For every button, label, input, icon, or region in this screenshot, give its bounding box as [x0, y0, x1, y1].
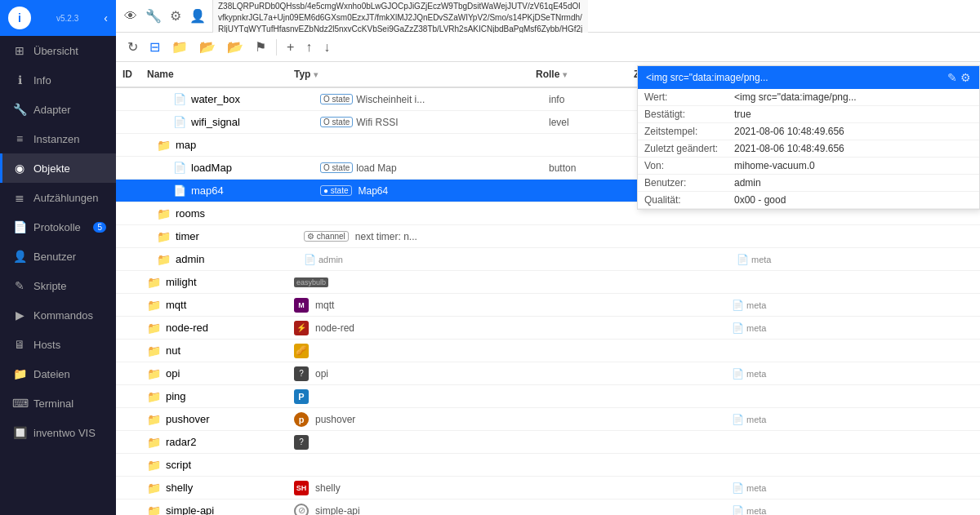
info-benutzer-label: Benutzer:: [644, 177, 734, 189]
info-edit-button[interactable]: ✎: [947, 71, 957, 84]
type-text: simple-api: [315, 505, 360, 516]
info-tooltip-panel: <img src="data:image/png... ✎ ⚙ Wert: <i…: [637, 65, 980, 210]
folder-icon: 📁: [147, 436, 161, 449]
folder-icon: 📁: [147, 459, 161, 472]
table-row[interactable]: 📁 mqtt M mqtt 📄 meta: [116, 294, 980, 317]
add-button[interactable]: +: [283, 38, 297, 56]
table-row[interactable]: 📁 radar2 ?: [116, 431, 980, 454]
folder-icon: 📁: [147, 276, 161, 289]
cell-value: 📄 meta: [732, 505, 973, 516]
table-row[interactable]: 📁 admin 📄 admin 📄 meta: [116, 248, 980, 271]
table-row[interactable]: 📁 opi ? opi 📄 meta: [116, 362, 980, 385]
table-row[interactable]: 📁 ping P: [116, 385, 980, 408]
type-text: pushover: [315, 414, 355, 425]
flag-button[interactable]: ⚑: [252, 38, 270, 56]
sidebar-item-kommandos[interactable]: ▶ Kommandos: [0, 300, 116, 330]
table-row[interactable]: 📁 milight easybulb: [116, 271, 980, 294]
sidebar-item-aufzahlungen[interactable]: ≣ Aufzählungen: [0, 183, 116, 212]
main-content: 👁 🔧 ⚙ 👤 +sWCjWK8P2/6Ymu00mbYfJF6bKITXfke…: [116, 0, 980, 515]
row-name: milight: [166, 276, 197, 288]
upload-button[interactable]: ↑: [302, 38, 315, 56]
view-grid-button[interactable]: ⊟: [146, 38, 163, 56]
files-icon: 📁: [12, 367, 27, 380]
sidebar-item-benutzer[interactable]: 👤 Benutzer: [0, 242, 116, 271]
sidebar-item-ubersicht[interactable]: ⊞ Übersicht: [0, 36, 116, 65]
sidebar-item-inventwo[interactable]: 🔲 inventwo VIS: [0, 418, 116, 447]
cell-value: 📄 meta: [737, 254, 973, 265]
sidebar-item-info[interactable]: ℹ Info: [0, 65, 116, 95]
refresh-button[interactable]: ↻: [124, 38, 141, 56]
cell-type: O state Wifi RSSI: [320, 117, 549, 128]
table-row[interactable]: 📁 nut 🥜: [116, 340, 980, 362]
row-name: admin: [176, 253, 204, 265]
tools-icon[interactable]: 🔧: [145, 8, 162, 24]
user-icon: 👤: [12, 250, 27, 263]
row-name: radar2: [166, 436, 197, 448]
meta-tag: 📄 admin: [304, 254, 343, 265]
sidebar-item-instanzen[interactable]: ≡ Instanzen: [0, 124, 116, 153]
top-bar: 👁 🔧 ⚙ 👤 +sWCjWK8P2/6Ymu00mbYfJF6bKITXfke…: [116, 0, 980, 33]
eye-icon[interactable]: 👁: [124, 9, 137, 24]
sidebar-collapse-btn[interactable]: ‹: [104, 11, 108, 24]
toolbar: ↻ ⊟ 📁 📂 📂 ⚑ + ↑ ↓: [116, 33, 980, 62]
folder-icon: 📁: [157, 253, 171, 266]
meta-icon: 📄: [732, 300, 744, 311]
table-row[interactable]: 📁 shelly SH shelly 📄 meta: [116, 477, 980, 499]
person-icon[interactable]: 👤: [189, 8, 206, 24]
sidebar-label-kommandos: Kommandos: [33, 309, 93, 322]
sidebar-item-objekte[interactable]: ◉ Objekte: [0, 153, 116, 183]
type-text: opi: [315, 368, 328, 380]
sidebar-item-hosts[interactable]: 🖥 Hosts: [0, 330, 116, 359]
table-row[interactable]: 📁 pushover p pushover 📄 meta: [116, 408, 980, 431]
sidebar-item-terminal[interactable]: ⌨ Terminal: [0, 388, 116, 418]
cell-name: 📄 water_box: [173, 93, 320, 105]
info-benutzer-row: Benutzer: admin: [638, 175, 979, 192]
table-row[interactable]: 📁 node-red ⚡ node-red 📄 meta: [116, 317, 980, 340]
cell-type: O state Wischeinheit i...: [320, 94, 549, 105]
cell-name: 📁 opi: [147, 367, 294, 380]
file-icon: 📄: [173, 116, 186, 128]
info-settings-button[interactable]: ⚙: [960, 71, 971, 84]
sidebar-item-protokolle[interactable]: 📄 Protokolle 5: [0, 212, 116, 242]
radar2-app-icon: ?: [294, 435, 309, 450]
header-type[interactable]: Typ ▾: [294, 69, 536, 80]
protokolle-badge: 5: [93, 222, 106, 233]
cell-type: easybulb: [294, 277, 536, 287]
cell-name: 📁 node-red: [147, 322, 294, 335]
app-logo: i: [8, 7, 31, 29]
meta-tag: 📄 meta: [732, 368, 766, 380]
vis-icon: 🔲: [12, 426, 27, 439]
pushover-app-icon: p: [294, 412, 309, 427]
table-row[interactable]: 📁 simple-api ⊘ simple-api 📄 meta: [116, 499, 980, 515]
download-button[interactable]: ↓: [320, 38, 333, 56]
info-bestatigt-label: Bestätigt:: [644, 109, 734, 120]
nut-app-icon: 🥜: [294, 344, 309, 358]
cell-type: ?: [294, 435, 536, 450]
meta-tag: 📄 meta: [732, 300, 766, 311]
shelly-app-icon: SH: [294, 481, 309, 495]
meta-tag: 📄 meta: [732, 414, 766, 425]
info-zeitstempel-value: 2021-08-06 10:48:49.656: [734, 126, 844, 137]
info-actions: ✎ ⚙: [947, 71, 971, 84]
objects-icon: ◉: [12, 162, 27, 175]
expand-button[interactable]: 📂: [196, 38, 219, 56]
info-benutzer-value: admin: [734, 177, 761, 189]
collapse-button[interactable]: 📂: [224, 38, 247, 56]
table-row[interactable]: 📁 timer ⚙ channel next timer: n...: [116, 225, 980, 248]
settings-icon[interactable]: ⚙: [170, 8, 181, 24]
view-folder-button[interactable]: 📁: [168, 38, 191, 56]
sidebar-item-dateien[interactable]: 📁 Dateien: [0, 359, 116, 388]
header-name[interactable]: Name: [147, 69, 294, 80]
command-icon: ▶: [12, 309, 27, 322]
row-name: map: [176, 139, 196, 151]
cell-name: 📁 rooms: [157, 207, 304, 220]
table-row[interactable]: 📁 script: [116, 454, 980, 477]
sidebar-item-skripte[interactable]: ✎ Skripte: [0, 271, 116, 300]
sidebar-label-terminal: Terminal: [33, 397, 74, 410]
header-id[interactable]: ID: [122, 69, 147, 80]
sidebar-item-adapter[interactable]: 🔧 Adapter: [0, 95, 116, 124]
row-name: ping: [166, 390, 186, 402]
header-role[interactable]: Rolle ▾: [536, 69, 634, 80]
info-zuletzt-label: Zuletzt geändert:: [644, 143, 734, 154]
meta-icon: 📄: [732, 505, 744, 516]
